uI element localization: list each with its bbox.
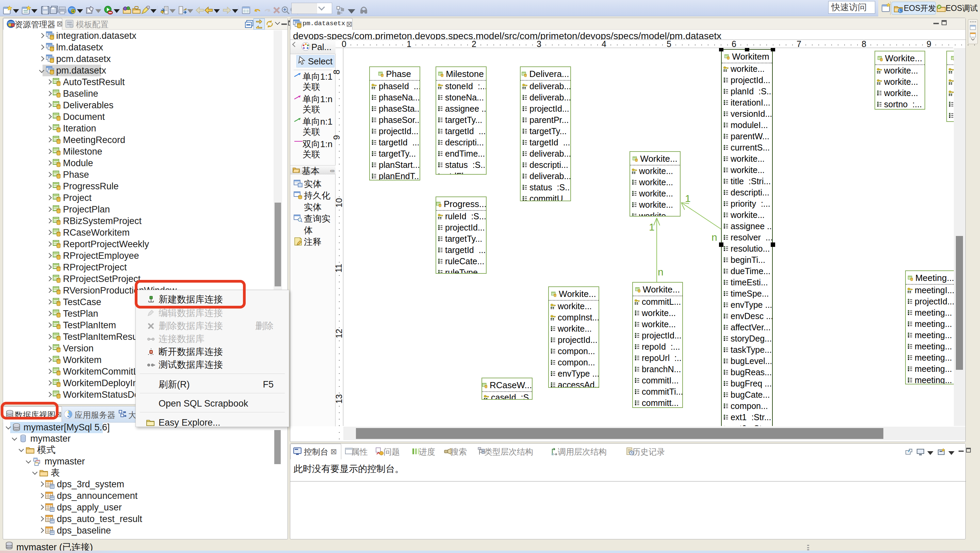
- svg-text:n: n: [711, 231, 717, 243]
- svg-text:1: 1: [649, 222, 655, 233]
- svg-text:1: 1: [685, 193, 691, 204]
- svg-text:n: n: [658, 266, 663, 277]
